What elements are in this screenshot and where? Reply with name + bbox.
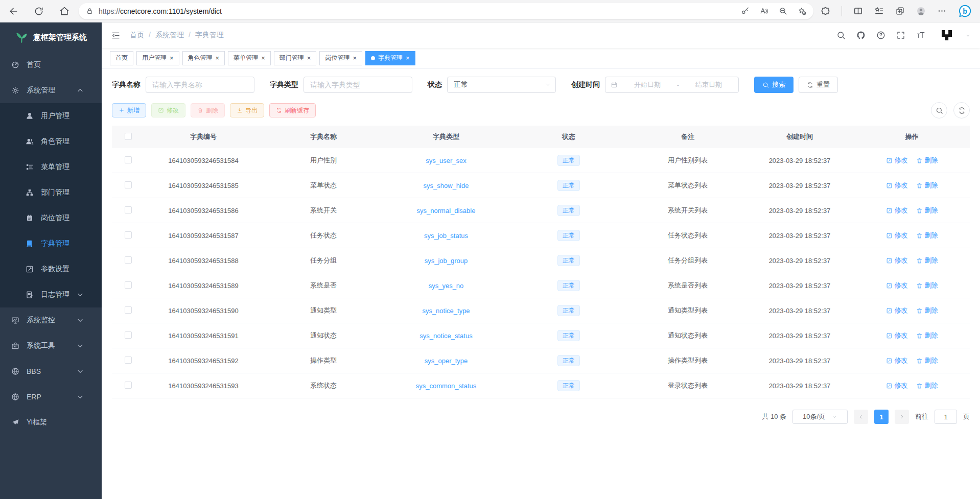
read-aloud-icon[interactable] xyxy=(760,7,768,15)
column-header[interactable]: 创建时间 xyxy=(745,132,854,141)
row-edit-link[interactable]: 修改 xyxy=(886,356,908,365)
export-button[interactable]: 导出 xyxy=(230,103,264,117)
close-icon[interactable]: × xyxy=(307,55,311,61)
edit-button[interactable]: 修改 xyxy=(151,103,185,117)
row-delete-link[interactable]: 删除 xyxy=(916,281,938,290)
row-delete-link[interactable]: 删除 xyxy=(916,231,938,240)
dict-name-input[interactable] xyxy=(146,77,254,93)
delete-button[interactable]: 删除 xyxy=(191,103,225,117)
page-tab[interactable]: 用户管理 × xyxy=(136,51,179,65)
dict-type-link[interactable]: sys_user_sex xyxy=(426,157,466,164)
row-edit-link[interactable]: 修改 xyxy=(886,306,908,315)
row-edit-link[interactable]: 修改 xyxy=(886,206,908,215)
page-tab[interactable]: 字典管理 × xyxy=(365,51,415,65)
row-edit-link[interactable]: 修改 xyxy=(886,331,908,340)
row-delete-link[interactable]: 删除 xyxy=(916,356,938,365)
sidebar-item[interactable]: Yi框架 xyxy=(0,410,102,435)
next-page-button[interactable] xyxy=(895,410,909,424)
row-edit-link[interactable]: 修改 xyxy=(886,156,908,165)
sidebar-item[interactable]: 参数设置 xyxy=(0,256,102,282)
row-checkbox[interactable] xyxy=(125,306,132,314)
row-checkbox[interactable] xyxy=(125,281,132,289)
refresh-cache-button[interactable]: 刷新缓存 xyxy=(269,103,316,117)
home-icon[interactable] xyxy=(59,6,69,16)
column-header[interactable]: 状态 xyxy=(507,132,630,141)
column-header[interactable]: 备注 xyxy=(630,132,745,141)
dict-type-link[interactable]: sys_notice_type xyxy=(422,307,470,315)
add-button[interactable]: 新增 xyxy=(112,103,146,117)
github-icon[interactable] xyxy=(856,31,866,40)
page-tab[interactable]: 部门管理 × xyxy=(274,51,317,65)
row-checkbox[interactable] xyxy=(125,156,132,163)
dict-type-link[interactable]: sys_show_hide xyxy=(424,182,469,189)
row-delete-link[interactable]: 删除 xyxy=(916,306,938,315)
header-search-icon[interactable] xyxy=(836,31,846,40)
font-size-icon[interactable] xyxy=(916,31,925,40)
dict-type-link[interactable]: sys_oper_type xyxy=(425,357,468,365)
row-edit-link[interactable]: 修改 xyxy=(886,256,908,265)
goto-page-input[interactable] xyxy=(935,410,957,424)
lock-icon[interactable] xyxy=(86,7,94,15)
row-checkbox[interactable] xyxy=(125,331,132,339)
column-header[interactable]: 字典类型 xyxy=(385,132,507,141)
dict-type-link[interactable]: sys_normal_disable xyxy=(417,207,476,215)
dict-type-link[interactable]: sys_common_status xyxy=(416,382,477,390)
prev-page-button[interactable] xyxy=(854,410,868,424)
page-tab[interactable]: 首页 xyxy=(110,51,133,65)
split-screen-icon[interactable] xyxy=(853,6,863,16)
zoom-out-icon[interactable] xyxy=(779,7,787,15)
reset-button[interactable]: 重置 xyxy=(799,77,838,93)
row-checkbox[interactable] xyxy=(125,357,132,364)
back-icon[interactable] xyxy=(8,6,18,16)
more-menu-icon[interactable] xyxy=(937,6,947,16)
profile-avatar[interactable] xyxy=(916,6,926,16)
sidebar-item[interactable]: ERP xyxy=(0,384,102,410)
help-icon[interactable] xyxy=(876,31,885,40)
sidebar-item[interactable]: 字典管理 xyxy=(0,231,102,256)
current-page-button[interactable]: 1 xyxy=(874,410,889,424)
sidebar-item[interactable]: 系统监控 xyxy=(0,307,102,333)
row-delete-link[interactable]: 删除 xyxy=(916,156,938,165)
sidebar-item[interactable]: 日志管理 xyxy=(0,282,102,307)
dict-type-link[interactable]: sys_job_group xyxy=(425,257,468,265)
status-select[interactable] xyxy=(447,77,556,93)
sidebar-item[interactable]: 角色管理 xyxy=(0,129,102,154)
sidebar-item[interactable]: 系统管理 xyxy=(0,78,102,103)
avatar-caret-icon[interactable] xyxy=(965,33,971,38)
sidebar-item[interactable]: 用户管理 xyxy=(0,103,102,129)
select-all-checkbox[interactable] xyxy=(125,133,132,140)
row-edit-link[interactable]: 修改 xyxy=(886,181,908,190)
close-icon[interactable]: × xyxy=(216,55,220,61)
page-size-select[interactable]: 10条/页 xyxy=(792,410,848,424)
bing-chat-icon[interactable]: b xyxy=(958,4,972,18)
sidebar-item[interactable]: 首页 xyxy=(0,52,102,78)
sidebar-item[interactable]: BBS xyxy=(0,359,102,384)
column-header[interactable]: 字典编号 xyxy=(145,132,262,141)
page-tab[interactable]: 菜单管理 × xyxy=(228,51,271,65)
refresh-table-button[interactable] xyxy=(953,102,970,118)
sidebar-toggle-icon[interactable] xyxy=(111,31,121,40)
row-checkbox[interactable] xyxy=(125,382,132,389)
refresh-icon[interactable] xyxy=(34,6,44,16)
dict-type-link[interactable]: sys_notice_status xyxy=(419,332,472,340)
row-edit-link[interactable]: 修改 xyxy=(886,381,908,390)
collections-icon[interactable] xyxy=(895,6,905,16)
row-checkbox[interactable] xyxy=(125,231,132,239)
page-tab[interactable]: 岗位管理 × xyxy=(319,51,362,65)
row-delete-link[interactable]: 删除 xyxy=(916,331,938,340)
close-icon[interactable]: × xyxy=(353,55,357,61)
close-icon[interactable]: × xyxy=(406,55,410,61)
close-icon[interactable]: × xyxy=(261,55,265,61)
breadcrumb-item[interactable]: 首页 / xyxy=(130,31,155,40)
row-delete-link[interactable]: 删除 xyxy=(916,381,938,390)
page-tab[interactable]: 角色管理 × xyxy=(182,51,225,65)
column-header[interactable]: 操作 xyxy=(854,132,970,141)
row-delete-link[interactable]: 删除 xyxy=(916,181,938,190)
dict-type-link[interactable]: sys_yes_no xyxy=(429,282,464,290)
password-icon[interactable] xyxy=(741,7,750,15)
toggle-search-button[interactable] xyxy=(931,102,947,118)
add-favorite-icon[interactable] xyxy=(798,7,806,15)
row-edit-link[interactable]: 修改 xyxy=(886,231,908,240)
extensions-icon[interactable] xyxy=(821,6,830,16)
row-checkbox[interactable] xyxy=(125,256,132,264)
